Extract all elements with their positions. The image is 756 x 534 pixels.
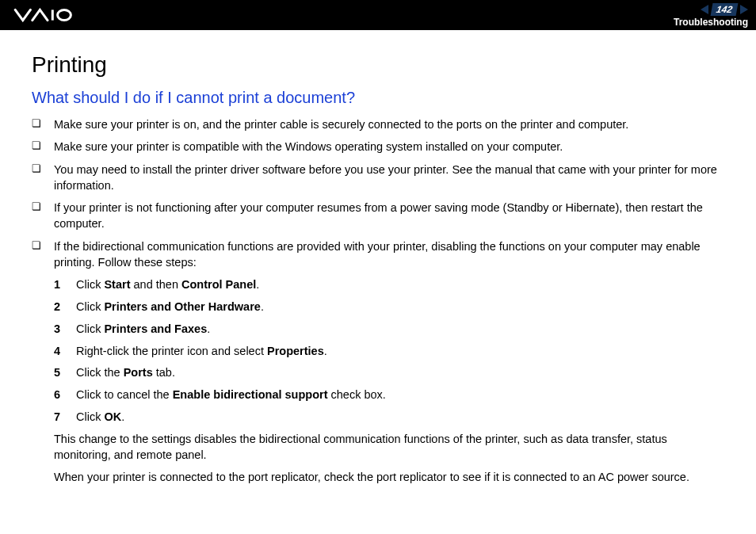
bullet-item: If the bidirectional communication funct… [32, 238, 724, 271]
after-steps-para: When your printer is connected to the po… [54, 469, 724, 485]
step-item: 2Click Printers and Other Hardware. [54, 299, 724, 316]
step-text: Click Printers and Faxes. [76, 321, 210, 338]
section-label: Troubleshooting [674, 17, 748, 28]
step-number: 2 [54, 299, 76, 316]
next-page-icon[interactable] [740, 5, 748, 14]
bullet-item: Make sure your printer is compatible wit… [32, 139, 724, 154]
vaio-logo-svg [13, 8, 92, 22]
step-number: 5 [54, 364, 76, 382]
page-number-nav: 142 [701, 3, 748, 16]
page-number: 142 [711, 3, 739, 16]
svg-rect-0 [52, 10, 54, 20]
header-right: 142 Troubleshooting [674, 3, 748, 28]
question-heading: What should I do if I cannot print a doc… [32, 89, 724, 107]
step-text: Click to cancel the Enable bidirectional… [76, 387, 386, 404]
page-title: Printing [32, 52, 724, 78]
step-item: 5Click the Ports tab. [54, 364, 724, 382]
step-text: Click OK. [76, 409, 124, 426]
prev-page-icon[interactable] [701, 5, 708, 14]
step-item: 4Right-click the printer icon and select… [54, 343, 724, 360]
step-item: 3Click Printers and Faxes. [54, 321, 724, 338]
vaio-logo [13, 8, 92, 22]
bullet-item: Make sure your printer is on, and the pr… [32, 116, 724, 132]
step-item: 7Click OK. [54, 409, 724, 426]
step-text: Click the Ports tab. [76, 364, 175, 382]
bullet-item: If your printer is not functioning after… [32, 200, 724, 232]
page: 142 Troubleshooting Printing What should… [0, 0, 756, 534]
step-text: Click Start and then Control Panel. [76, 277, 259, 294]
step-item: 1Click Start and then Control Panel. [54, 277, 724, 294]
step-text: Right-click the printer icon and select … [76, 343, 327, 360]
step-number: 3 [54, 321, 76, 338]
steps-list: 1Click Start and then Control Panel. 2Cl… [54, 277, 724, 425]
bullet-item: You may need to install the printer driv… [32, 162, 724, 194]
bullet-list: Make sure your printer is on, and the pr… [32, 116, 724, 270]
step-number: 6 [54, 387, 76, 404]
content-area: Printing What should I do if I cannot pr… [0, 30, 756, 534]
header-bar: 142 Troubleshooting [0, 0, 756, 30]
svg-point-1 [58, 10, 71, 20]
step-text: Click Printers and Other Hardware. [76, 299, 264, 316]
step-number: 7 [54, 409, 76, 426]
step-number: 1 [54, 277, 76, 294]
step-number: 4 [54, 343, 76, 360]
step-item: 6Click to cancel the Enable bidirectiona… [54, 387, 724, 404]
after-steps-para: This change to the settings disables the… [54, 431, 724, 463]
